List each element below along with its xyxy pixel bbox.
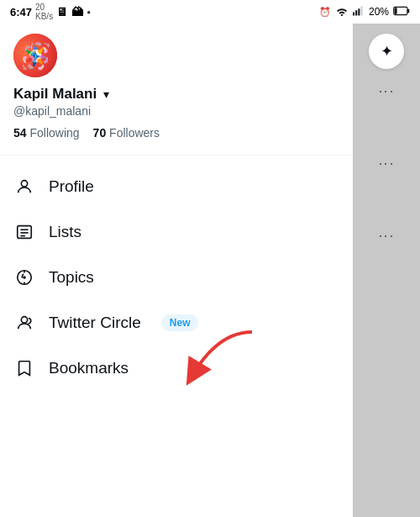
circle-icon xyxy=(13,312,35,334)
follow-stats: 54 Following 70 Followers xyxy=(13,126,339,140)
new-badge: New xyxy=(161,314,199,331)
profile-name: Kapil Malani xyxy=(13,86,97,103)
profile-section: Kapil Malani ▾ @kapil_malani 54 Followin… xyxy=(0,24,353,146)
svg-point-7 xyxy=(21,181,27,187)
status-time: 6:47 20KB/s 🖥 🏔 ● xyxy=(10,3,91,21)
following-stat[interactable]: 54 Following xyxy=(13,126,80,140)
person-icon xyxy=(13,176,35,198)
svg-rect-5 xyxy=(407,9,409,13)
lists-icon xyxy=(13,221,35,243)
more-options-icon-3[interactable]: ⋮ xyxy=(377,229,396,245)
nav-item-topics[interactable]: Topics xyxy=(0,255,353,300)
bookmarks-nav-label: Bookmarks xyxy=(49,359,129,377)
more-options-icon-2[interactable]: ⋮ xyxy=(377,156,396,173)
svg-rect-6 xyxy=(395,8,397,14)
signal-icon xyxy=(353,6,365,18)
svg-point-16 xyxy=(21,317,27,323)
nav-item-lists[interactable]: Lists xyxy=(0,209,353,255)
topics-icon xyxy=(13,266,35,288)
sparkle-button[interactable]: ✦ xyxy=(369,34,404,69)
followers-count: 70 xyxy=(93,126,107,140)
svg-rect-3 xyxy=(360,6,362,15)
profile-divider xyxy=(0,155,353,156)
bookmark-icon xyxy=(13,357,35,379)
profile-name-row: Kapil Malani ▾ xyxy=(13,86,339,103)
status-right-icons: ⏰ 20% xyxy=(319,6,410,18)
chevron-down-icon[interactable]: ▾ xyxy=(103,87,109,101)
following-count: 54 xyxy=(13,126,27,140)
avatar[interactable] xyxy=(13,34,57,77)
alarm-icon: ⏰ xyxy=(319,7,331,18)
nav-list: Profile Lists Topics Tw xyxy=(0,164,353,391)
main-wrapper: Kapil Malani ▾ @kapil_malani 54 Followin… xyxy=(0,24,420,517)
drawer: Kapil Malani ▾ @kapil_malani 54 Followin… xyxy=(0,24,353,517)
more-options-icon[interactable]: ⋮ xyxy=(377,84,396,101)
profile-nav-label: Profile xyxy=(49,177,94,196)
svg-rect-0 xyxy=(353,12,354,15)
nav-item-twitter-circle[interactable]: Twitter Circle New xyxy=(0,300,353,346)
right-panel: ✦ ⋮ ⋮ ⋮ xyxy=(353,24,420,517)
svg-rect-2 xyxy=(358,8,360,15)
status-bar: 6:47 20KB/s 🖥 🏔 ● ⏰ 20% xyxy=(0,0,420,24)
svg-point-13 xyxy=(24,277,25,278)
profile-handle: @kapil_malani xyxy=(13,104,339,118)
time-display: 6:47 xyxy=(10,6,32,18)
data-speed: 20KB/s xyxy=(35,3,53,21)
photo-icon: 🏔 xyxy=(71,5,83,18)
nav-item-profile[interactable]: Profile xyxy=(0,164,353,209)
following-label: Following xyxy=(29,126,79,140)
twitter-circle-nav-label: Twitter Circle xyxy=(49,314,141,332)
monitor-icon: 🖥 xyxy=(56,5,68,18)
topics-nav-label: Topics xyxy=(49,268,94,287)
lists-nav-label: Lists xyxy=(49,223,81,241)
wifi-icon xyxy=(335,6,349,18)
dot-indicator: ● xyxy=(87,8,91,16)
followers-stat[interactable]: 70 Followers xyxy=(93,126,160,140)
battery-display: 20% xyxy=(369,6,389,18)
followers-label: Followers xyxy=(109,126,160,140)
nav-item-bookmarks[interactable]: Bookmarks xyxy=(0,346,353,391)
svg-rect-1 xyxy=(355,10,357,15)
battery-icon xyxy=(393,6,410,18)
sparkle-icon: ✦ xyxy=(381,42,393,61)
